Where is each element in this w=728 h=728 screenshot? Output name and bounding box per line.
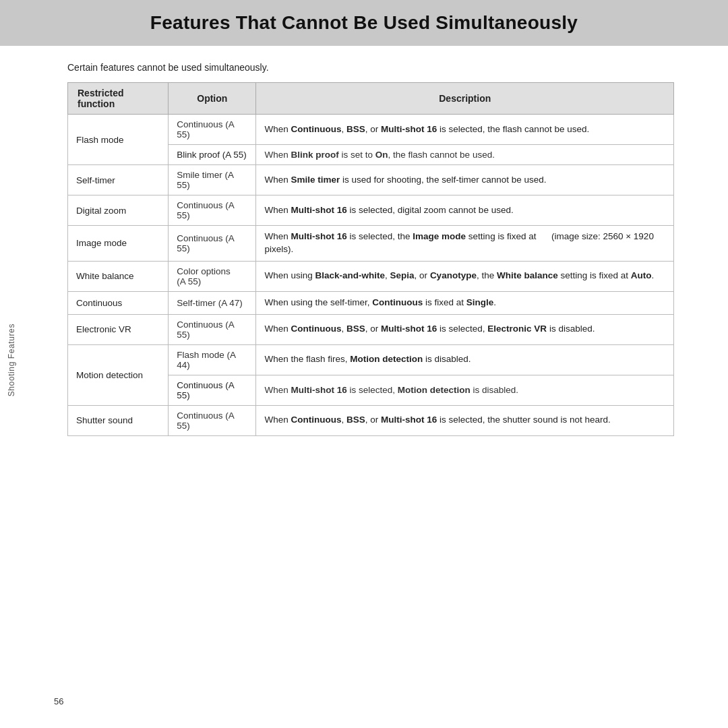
- table-row: Image modeContinuous (A 55)When Multi-sh…: [68, 226, 674, 262]
- description-cell: When Continuous, BSS, or Multi-shot 16 i…: [256, 115, 674, 145]
- description-cell: When Blink proof is set to On, the flash…: [256, 145, 674, 165]
- table-row: Motion detectionFlash mode (A 44)When th…: [68, 344, 674, 375]
- table-row: Electronic VRContinuous (A 55)When Conti…: [68, 314, 674, 344]
- description-cell: When Continuous, BSS, or Multi-shot 16 i…: [256, 314, 674, 344]
- restricted-function-cell: White balance: [68, 261, 169, 291]
- table-row: Digital zoomContinuous (A 55)When Multi-…: [68, 195, 674, 226]
- description-cell: When using Black-and-white, Sepia, or Cy…: [256, 261, 674, 291]
- restricted-function-cell: Electronic VR: [68, 314, 169, 344]
- description-cell: When Multi-shot 16 is selected, the Imag…: [256, 226, 674, 262]
- description-cell: When Multi-shot 16 is selected, digital …: [256, 195, 674, 226]
- option-cell: Smile timer (A 55): [169, 165, 256, 195]
- description-cell: When Multi-shot 16 is selected, Motion d…: [256, 375, 674, 405]
- table-row: Flash modeContinuous (A 55)When Continuo…: [68, 115, 674, 145]
- option-cell: Continuous (A 55): [169, 375, 256, 405]
- page-header: Features That Cannot Be Used Simultaneou…: [0, 0, 728, 46]
- table-row: Shutter soundContinuous (A 55)When Conti…: [68, 405, 674, 435]
- description-cell: When Smile timer is used for shooting, t…: [256, 165, 674, 195]
- option-cell: Continuous (A 55): [169, 115, 256, 145]
- description-cell: When the flash fires, Motion detection i…: [256, 344, 674, 375]
- option-cell: Flash mode (A 44): [169, 344, 256, 375]
- table-row: White balanceColor options (A 55)When us…: [68, 261, 674, 291]
- restricted-function-cell: Shutter sound: [68, 405, 169, 435]
- option-cell: Continuous (A 55): [169, 405, 256, 435]
- restricted-function-cell: Digital zoom: [68, 195, 169, 226]
- restricted-function-cell: Flash mode: [68, 115, 169, 165]
- table-row: Self-timerSmile timer (A 55)When Smile t…: [68, 165, 674, 195]
- col-header-description: Description: [256, 83, 674, 115]
- page-title: Features That Cannot Be Used Simultaneou…: [40, 12, 688, 34]
- restricted-function-cell: Image mode: [68, 226, 169, 262]
- restricted-function-cell: Motion detection: [68, 344, 169, 405]
- restricted-function-cell: Self-timer: [68, 165, 169, 195]
- description-cell: When using the self-timer, Continuous is…: [256, 291, 674, 314]
- page-body: Certain features cannot be used simultan…: [0, 46, 728, 452]
- page-number: 56: [54, 696, 63, 706]
- sidebar-label: Shooting Features: [7, 324, 16, 396]
- option-cell: Continuous (A 55): [169, 314, 256, 344]
- col-header-option: Option: [169, 83, 256, 115]
- intro-text: Certain features cannot be used simultan…: [67, 62, 674, 73]
- description-cell: When Continuous, BSS, or Multi-shot 16 i…: [256, 405, 674, 435]
- restricted-function-cell: Continuous: [68, 291, 169, 314]
- table-row: ContinuousSelf-timer (A 47)When using th…: [68, 291, 674, 314]
- option-cell: Blink proof (A 55): [169, 145, 256, 165]
- col-header-restricted: Restricted function: [68, 83, 169, 115]
- option-cell: Self-timer (A 47): [169, 291, 256, 314]
- option-cell: Continuous (A 55): [169, 195, 256, 226]
- features-table: Restricted function Option Description F…: [67, 82, 674, 436]
- option-cell: Color options (A 55): [169, 261, 256, 291]
- option-cell: Continuous (A 55): [169, 226, 256, 262]
